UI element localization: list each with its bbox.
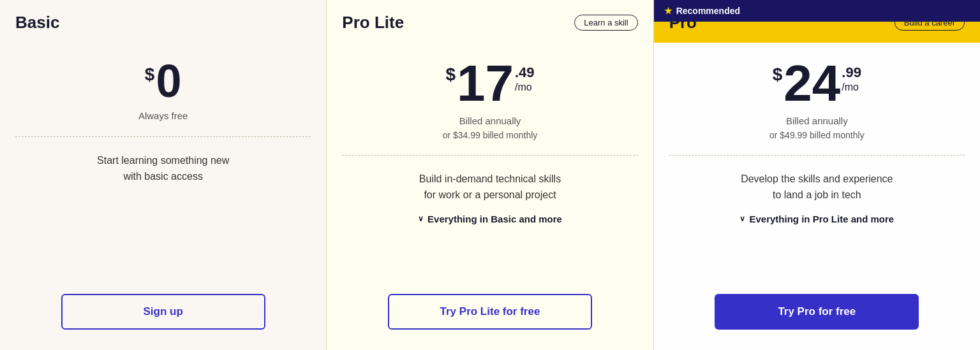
pro-currency: $	[773, 64, 783, 85]
pro-description: Develop the skills and experience to lan…	[669, 171, 965, 203]
pro-lite-plan-tag: Learn a skill	[574, 15, 637, 31]
pro-lite-currency: $	[445, 64, 456, 85]
pro-lite-desc-line2: for work or a personal project	[424, 189, 556, 200]
basic-cta-section: Sign up	[0, 281, 326, 350]
pro-desc-line2: to land a job in tech	[773, 189, 861, 200]
pro-lite-chevron-icon: ∨	[418, 214, 424, 223]
pro-price-monthly: or $49.99 billed monthly	[669, 129, 965, 142]
basic-currency: $	[145, 64, 155, 85]
pricing-container: Basic $ 0 Always free Start learning som…	[0, 0, 980, 350]
basic-plan-header: Basic	[0, 0, 326, 43]
basic-price-subtitle: Always free	[15, 109, 311, 124]
basic-desc-line2: with basic access	[123, 171, 203, 182]
pro-lite-price-monthly: or $34.99 billed monthly	[342, 129, 637, 142]
star-icon: ★	[664, 6, 672, 16]
pro-price-subtitle: Billed annually	[669, 114, 965, 129]
pro-lite-plan-name: Pro Lite	[342, 13, 404, 33]
pro-lite-per-mo: /mo	[515, 81, 532, 93]
basic-cta-button[interactable]: Sign up	[61, 294, 265, 330]
pro-lite-price-display: $ 17 .49 /mo	[342, 58, 637, 109]
pro-lite-price-subtitle: Billed annually	[342, 114, 637, 129]
basic-price-display: $ 0	[15, 58, 311, 104]
pro-lite-cta-button[interactable]: Try Pro Lite for free	[388, 294, 592, 330]
pro-description-section: Develop the skills and experience to lan…	[654, 156, 980, 282]
pro-lite-cta-section: Try Pro Lite for free	[327, 281, 653, 350]
pro-lite-description-section: Build in-demand technical skills for wor…	[327, 156, 653, 282]
recommended-badge: ★ Recommended	[654, 0, 980, 22]
basic-plan-card: Basic $ 0 Always free Start learning som…	[0, 0, 327, 350]
basic-description: Start learning something new with basic …	[15, 152, 311, 185]
pro-lite-features-label: Everything in Basic and more	[427, 214, 562, 224]
pro-features-toggle[interactable]: ∨ Everything in Pro Lite and more	[669, 214, 965, 224]
pro-price-section: $ 24 .99 /mo Billed annually or $49.99 b…	[654, 43, 980, 155]
basic-amount: 0	[156, 58, 181, 104]
pro-lite-price-right: .49 /mo	[515, 64, 535, 94]
pro-lite-features-toggle[interactable]: ∨ Everything in Basic and more	[342, 214, 637, 224]
pro-chevron-icon: ∨	[739, 214, 745, 223]
pro-price-right: .99 /mo	[842, 64, 861, 94]
pro-lite-plan-card: Pro Lite Learn a skill $ 17 .49 /mo Bill…	[327, 0, 653, 350]
pro-lite-description: Build in-demand technical skills for wor…	[342, 171, 637, 203]
pro-cta-button[interactable]: Try Pro for free	[715, 294, 919, 330]
pro-lite-amount: 17	[457, 58, 514, 109]
pro-features-label: Everything in Pro Lite and more	[749, 214, 894, 224]
pro-lite-cents: .49	[515, 64, 535, 81]
pro-price-display: $ 24 .99 /mo	[669, 58, 965, 109]
basic-plan-name: Basic	[15, 13, 59, 33]
pro-plan-card: ★ Recommended Pro Build a career $ 24 .9…	[654, 0, 980, 350]
pro-cents: .99	[842, 64, 861, 81]
pro-cta-section: Try Pro for free	[654, 281, 980, 350]
basic-description-section: Start learning something new with basic …	[0, 137, 326, 282]
pro-lite-desc-line1: Build in-demand technical skills	[419, 173, 561, 184]
pro-desc-line1: Develop the skills and experience	[741, 173, 893, 184]
pro-per-mo: /mo	[842, 81, 859, 93]
recommended-label: Recommended	[676, 6, 740, 16]
basic-price-section: $ 0 Always free	[0, 43, 326, 136]
pro-lite-plan-header: Pro Lite Learn a skill	[327, 0, 653, 43]
basic-desc-line1: Start learning something new	[97, 155, 229, 166]
pro-lite-price-section: $ 17 .49 /mo Billed annually or $34.99 b…	[327, 43, 653, 155]
pro-amount: 24	[783, 58, 840, 109]
